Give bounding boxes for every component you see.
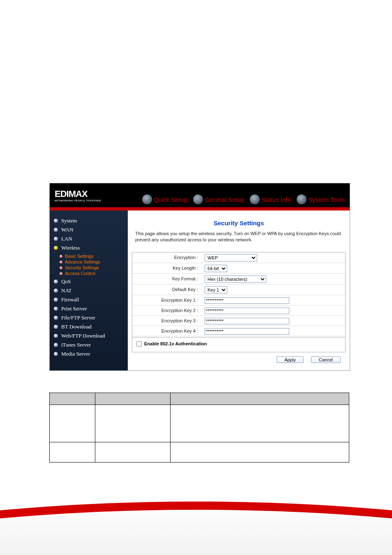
table-cell — [95, 442, 171, 462]
label-key-length: Key Length : — [132, 266, 202, 271]
bullet-icon — [54, 316, 58, 320]
table-cell — [171, 442, 349, 462]
sub-bullet-icon — [60, 255, 62, 258]
bullet-icon — [54, 246, 58, 250]
label-enc-key-4: Encryption Key 4 : — [132, 328, 202, 333]
sidebar-item-itunes-server[interactable]: iTunes Server — [54, 340, 128, 349]
label-enable-8021x: Enable 802.1x Authentication — [144, 341, 207, 346]
table-cell — [95, 405, 171, 442]
tab-status-info[interactable]: Status Info — [247, 194, 293, 205]
bullet-icon — [54, 280, 58, 284]
label-enc-key-1: Encryption Key 1 : — [132, 298, 202, 303]
brand-name: EDIMAX — [55, 189, 88, 199]
label-enc-key-2: Encryption Key 2 : — [132, 308, 202, 313]
bullet-icon — [54, 228, 58, 232]
tab-quick-setup[interactable]: Quick Setup — [140, 194, 190, 205]
label-key-format: Key Format : — [132, 276, 202, 281]
sidebar-item-nat[interactable]: NAT — [54, 286, 128, 295]
table-cell — [171, 405, 349, 442]
input-enc-key-4[interactable] — [205, 328, 289, 335]
router-admin-window: EDIMAX NETWORKING PEOPLE TOGETHER Quick … — [49, 183, 350, 371]
table-cell — [50, 442, 95, 462]
globe-icon — [297, 194, 307, 204]
sidebar-item-lan[interactable]: LAN — [54, 234, 128, 243]
sidebar-item-bt-download[interactable]: BT Download — [54, 322, 128, 331]
cancel-button[interactable]: Cancel — [311, 356, 341, 363]
sub-bullet-icon — [60, 272, 62, 275]
sub-access-control[interactable]: Access Control — [60, 271, 128, 276]
main-panel: Security Settings This page allows you s… — [128, 210, 350, 370]
select-key-length[interactable]: 64-bit — [205, 265, 227, 272]
sidebar-item-wireless[interactable]: Wireless — [54, 243, 128, 252]
page-description: This page allows you setup the wireless … — [135, 231, 342, 243]
sidebar-item-system[interactable]: System — [54, 216, 128, 225]
brand-tagline: NETWORKING PEOPLE TOGETHER — [55, 199, 101, 202]
bullet-icon — [54, 298, 58, 302]
bullet-icon — [54, 307, 58, 311]
bullet-icon — [54, 343, 58, 347]
table-cell — [50, 405, 95, 442]
bullet-icon — [54, 289, 58, 293]
bullet-icon — [54, 334, 58, 338]
page-footer-wave — [0, 489, 392, 555]
sidebar-item-wan[interactable]: WAN — [54, 225, 128, 234]
table-header — [50, 393, 95, 405]
select-key-format[interactable]: Hex (10 characters) — [205, 275, 266, 283]
sub-bullet-icon — [60, 266, 62, 269]
sidebar-item-file-ftp[interactable]: File/FTP Server — [54, 313, 128, 322]
globe-icon — [193, 194, 203, 204]
sub-advance-settings[interactable]: Advance Settings — [60, 259, 128, 265]
doc-reference-table — [49, 393, 349, 462]
bullet-icon — [54, 219, 58, 223]
enable-8021x-row: Enable 802.1x Authentication — [132, 337, 345, 349]
brand-logo-block: EDIMAX NETWORKING PEOPLE TOGETHER — [55, 189, 101, 202]
globe-icon — [250, 194, 260, 204]
top-nav-tabs: Quick Setup General Setup Status Info Sy… — [140, 194, 347, 205]
globe-icon — [142, 194, 152, 204]
sidebar-item-print-server[interactable]: Print Server — [54, 304, 128, 313]
label-encryption: Encryption : — [132, 255, 202, 260]
checkbox-enable-8021x[interactable] — [136, 341, 142, 347]
select-default-key[interactable]: Key 1 — [205, 286, 227, 294]
apply-button[interactable]: Apply — [277, 356, 304, 363]
page-title: Security Settings — [132, 220, 346, 227]
header-bar: EDIMAX NETWORKING PEOPLE TOGETHER Quick … — [50, 183, 350, 207]
bullet-icon — [54, 352, 58, 356]
table-header — [95, 393, 171, 405]
sub-security-settings[interactable]: Security Settings — [60, 265, 128, 271]
wireless-submenu: Basic Settings Advance Settings Security… — [60, 252, 128, 277]
select-encryption[interactable]: WEP — [205, 254, 257, 261]
button-row: Apply Cancel — [132, 356, 346, 365]
label-enc-key-3: Encryption Key 3 : — [132, 318, 202, 323]
bullet-icon — [54, 237, 58, 241]
table-header — [171, 393, 349, 405]
sidebar-item-firewall[interactable]: Firewall — [54, 295, 128, 304]
sidebar: System WAN LAN Wireless Basic Settings A… — [50, 210, 128, 370]
tab-general-setup[interactable]: General Setup — [191, 194, 247, 205]
red-divider — [50, 207, 350, 210]
sidebar-item-web-ftp-download[interactable]: Web/FTP Download — [54, 331, 128, 340]
input-enc-key-2[interactable] — [205, 308, 289, 314]
settings-form: Encryption : WEP Key Length : 64-bit Key… — [132, 252, 346, 352]
input-enc-key-3[interactable] — [205, 318, 289, 324]
sub-basic-settings[interactable]: Basic Settings — [60, 253, 128, 259]
label-default-key: Default Key : — [132, 287, 202, 292]
tab-system-tools[interactable]: System Tools — [294, 194, 347, 205]
sidebar-item-qos[interactable]: QoS — [54, 277, 128, 286]
sub-bullet-icon — [60, 261, 62, 264]
input-enc-key-1[interactable] — [205, 297, 289, 304]
sidebar-item-media-server[interactable]: Media Server — [54, 349, 128, 358]
bullet-icon — [54, 325, 58, 329]
